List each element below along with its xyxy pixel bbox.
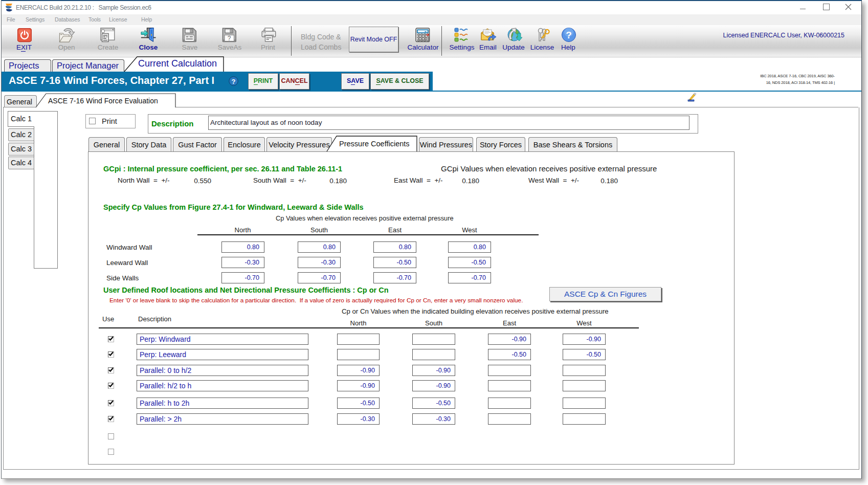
svg-text:?: ? — [228, 35, 231, 42]
svg-text:?: ? — [232, 78, 236, 85]
svg-text:?: ? — [566, 30, 572, 40]
